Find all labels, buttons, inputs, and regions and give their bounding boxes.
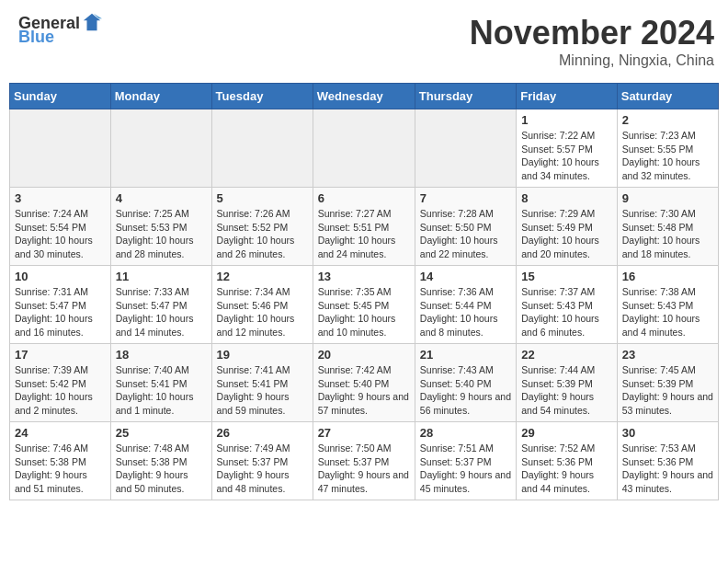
calendar-cell: 23Sunrise: 7:45 AMSunset: 5:39 PMDayligh…	[617, 344, 718, 422]
page-header: General Blue November 2024 Minning, Ning…	[9, 9, 719, 74]
logo-icon	[82, 12, 102, 32]
day-number: 13	[318, 270, 410, 283]
day-number: 3	[15, 191, 106, 205]
day-number: 10	[15, 270, 106, 283]
day-info: Sunrise: 7:33 AMSunset: 5:47 PMDaylight:…	[116, 285, 207, 339]
calendar-cell: 14Sunrise: 7:36 AMSunset: 5:44 PMDayligh…	[415, 266, 516, 344]
calendar-header-friday: Friday	[517, 84, 618, 109]
day-info: Sunrise: 7:24 AMSunset: 5:54 PMDaylight:…	[15, 207, 106, 261]
calendar-cell: 21Sunrise: 7:43 AMSunset: 5:40 PMDayligh…	[415, 344, 516, 422]
day-number: 4	[116, 191, 207, 205]
day-number: 18	[116, 348, 207, 362]
day-info: Sunrise: 7:37 AMSunset: 5:43 PMDaylight:…	[521, 285, 612, 339]
day-info: Sunrise: 7:27 AMSunset: 5:51 PMDaylight:…	[318, 207, 410, 261]
day-info: Sunrise: 7:28 AMSunset: 5:50 PMDaylight:…	[420, 207, 511, 261]
day-info: Sunrise: 7:53 AMSunset: 5:36 PMDaylight:…	[622, 442, 713, 496]
day-info: Sunrise: 7:42 AMSunset: 5:40 PMDaylight:…	[318, 363, 410, 418]
calendar-cell: 4Sunrise: 7:25 AMSunset: 5:53 PMDaylight…	[110, 188, 211, 266]
day-info: Sunrise: 7:38 AMSunset: 5:43 PMDaylight:…	[622, 285, 713, 339]
calendar-cell: 8Sunrise: 7:29 AMSunset: 5:49 PMDaylight…	[517, 188, 618, 266]
month-title: November 2024	[470, 14, 714, 52]
day-number: 19	[217, 348, 308, 362]
day-number: 14	[420, 270, 511, 283]
calendar-header-saturday: Saturday	[617, 84, 718, 109]
calendar-header-tuesday: Tuesday	[211, 84, 313, 109]
calendar-cell: 15Sunrise: 7:37 AMSunset: 5:43 PMDayligh…	[517, 266, 618, 344]
calendar-header-wednesday: Wednesday	[313, 84, 415, 109]
day-info: Sunrise: 7:40 AMSunset: 5:41 PMDaylight:…	[116, 363, 207, 418]
calendar-cell: 29Sunrise: 7:52 AMSunset: 5:36 PMDayligh…	[517, 422, 618, 500]
calendar-week-row: 24Sunrise: 7:46 AMSunset: 5:38 PMDayligh…	[10, 422, 719, 500]
day-number: 5	[217, 191, 308, 205]
day-number: 27	[318, 426, 410, 440]
calendar-cell	[10, 109, 111, 188]
calendar-cell: 27Sunrise: 7:50 AMSunset: 5:37 PMDayligh…	[313, 422, 415, 500]
day-number: 11	[116, 270, 207, 283]
day-info: Sunrise: 7:43 AMSunset: 5:40 PMDaylight:…	[420, 363, 511, 418]
calendar-header-row: SundayMondayTuesdayWednesdayThursdayFrid…	[10, 84, 719, 109]
calendar-table: SundayMondayTuesdayWednesdayThursdayFrid…	[9, 83, 719, 500]
svg-marker-0	[84, 13, 100, 29]
day-number: 16	[622, 270, 713, 283]
day-number: 22	[521, 348, 612, 362]
day-number: 29	[521, 426, 612, 440]
calendar-cell: 11Sunrise: 7:33 AMSunset: 5:47 PMDayligh…	[110, 266, 211, 344]
day-number: 6	[318, 191, 410, 205]
day-number: 7	[420, 191, 511, 205]
day-info: Sunrise: 7:39 AMSunset: 5:42 PMDaylight:…	[15, 363, 106, 418]
day-info: Sunrise: 7:23 AMSunset: 5:55 PMDaylight:…	[622, 129, 713, 183]
calendar-cell: 20Sunrise: 7:42 AMSunset: 5:40 PMDayligh…	[313, 344, 415, 422]
day-info: Sunrise: 7:50 AMSunset: 5:37 PMDaylight:…	[318, 442, 410, 496]
day-info: Sunrise: 7:48 AMSunset: 5:38 PMDaylight:…	[116, 442, 207, 496]
calendar-cell: 6Sunrise: 7:27 AMSunset: 5:51 PMDaylight…	[313, 188, 415, 266]
day-number: 30	[622, 426, 713, 440]
day-info: Sunrise: 7:31 AMSunset: 5:47 PMDaylight:…	[15, 285, 106, 339]
day-number: 15	[521, 270, 612, 283]
calendar-cell: 10Sunrise: 7:31 AMSunset: 5:47 PMDayligh…	[10, 266, 111, 344]
calendar-cell: 3Sunrise: 7:24 AMSunset: 5:54 PMDaylight…	[10, 188, 111, 266]
calendar-cell: 28Sunrise: 7:51 AMSunset: 5:37 PMDayligh…	[415, 422, 516, 500]
calendar-week-row: 17Sunrise: 7:39 AMSunset: 5:42 PMDayligh…	[10, 344, 719, 422]
calendar-cell: 1Sunrise: 7:22 AMSunset: 5:57 PMDaylight…	[517, 109, 618, 188]
day-info: Sunrise: 7:30 AMSunset: 5:48 PMDaylight:…	[622, 207, 713, 261]
day-number: 23	[622, 348, 713, 362]
calendar-header-sunday: Sunday	[10, 84, 111, 109]
calendar-header-thursday: Thursday	[415, 84, 516, 109]
calendar-cell: 26Sunrise: 7:49 AMSunset: 5:37 PMDayligh…	[211, 422, 313, 500]
calendar-cell: 22Sunrise: 7:44 AMSunset: 5:39 PMDayligh…	[517, 344, 618, 422]
day-number: 9	[622, 191, 713, 205]
day-info: Sunrise: 7:35 AMSunset: 5:45 PMDaylight:…	[318, 285, 410, 339]
day-info: Sunrise: 7:22 AMSunset: 5:57 PMDaylight:…	[521, 129, 612, 183]
day-info: Sunrise: 7:26 AMSunset: 5:52 PMDaylight:…	[217, 207, 308, 261]
calendar-week-row: 10Sunrise: 7:31 AMSunset: 5:47 PMDayligh…	[10, 266, 719, 344]
day-info: Sunrise: 7:51 AMSunset: 5:37 PMDaylight:…	[420, 442, 511, 496]
calendar-cell: 9Sunrise: 7:30 AMSunset: 5:48 PMDaylight…	[617, 188, 718, 266]
day-number: 2	[622, 113, 713, 127]
calendar-cell: 7Sunrise: 7:28 AMSunset: 5:50 PMDaylight…	[415, 188, 516, 266]
day-info: Sunrise: 7:29 AMSunset: 5:49 PMDaylight:…	[521, 207, 612, 261]
calendar-cell: 24Sunrise: 7:46 AMSunset: 5:38 PMDayligh…	[10, 422, 111, 500]
day-info: Sunrise: 7:36 AMSunset: 5:44 PMDaylight:…	[420, 285, 511, 339]
day-number: 26	[217, 426, 308, 440]
day-info: Sunrise: 7:44 AMSunset: 5:39 PMDaylight:…	[521, 363, 612, 418]
day-number: 17	[15, 348, 106, 362]
title-area: November 2024 Minning, Ningxia, China	[470, 14, 714, 69]
calendar-cell: 16Sunrise: 7:38 AMSunset: 5:43 PMDayligh…	[617, 266, 718, 344]
calendar-header-monday: Monday	[110, 84, 211, 109]
logo: General Blue	[18, 14, 102, 47]
calendar-cell: 17Sunrise: 7:39 AMSunset: 5:42 PMDayligh…	[10, 344, 111, 422]
calendar-cell: 18Sunrise: 7:40 AMSunset: 5:41 PMDayligh…	[110, 344, 211, 422]
day-info: Sunrise: 7:41 AMSunset: 5:41 PMDaylight:…	[217, 363, 308, 418]
day-info: Sunrise: 7:52 AMSunset: 5:36 PMDaylight:…	[521, 442, 612, 496]
calendar-cell: 2Sunrise: 7:23 AMSunset: 5:55 PMDaylight…	[617, 109, 718, 188]
day-number: 21	[420, 348, 511, 362]
day-number: 1	[521, 113, 612, 127]
calendar-week-row: 1Sunrise: 7:22 AMSunset: 5:57 PMDaylight…	[10, 109, 719, 188]
day-info: Sunrise: 7:45 AMSunset: 5:39 PMDaylight:…	[622, 363, 713, 418]
calendar-cell	[110, 109, 211, 188]
logo-blue-text: Blue	[18, 28, 54, 47]
calendar-cell: 25Sunrise: 7:48 AMSunset: 5:38 PMDayligh…	[110, 422, 211, 500]
day-number: 12	[217, 270, 308, 283]
day-info: Sunrise: 7:34 AMSunset: 5:46 PMDaylight:…	[217, 285, 308, 339]
calendar-cell	[415, 109, 516, 188]
